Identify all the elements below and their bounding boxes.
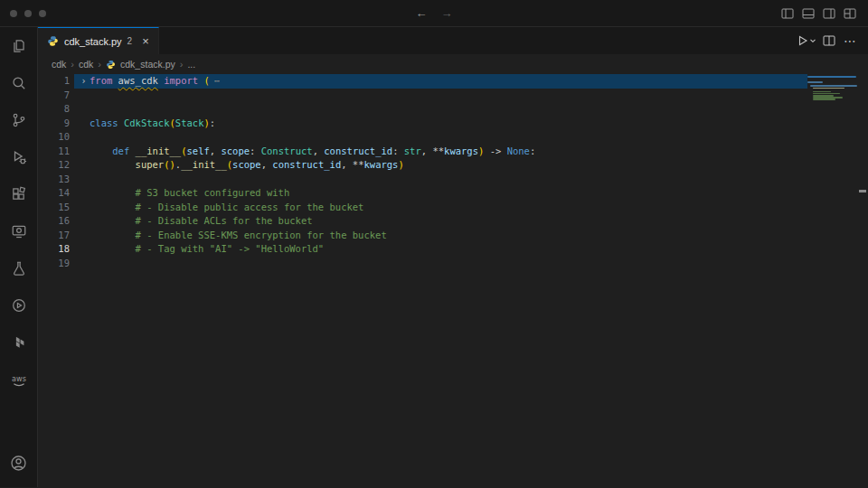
code-line-14[interactable]: 14 # S3 bucket configured with xyxy=(38,186,807,201)
tab-bar: cdk_stack.py 2 × ⋯ xyxy=(38,27,868,54)
folded-code-ellipsis[interactable]: ⋯ xyxy=(214,75,220,86)
fold-gutter xyxy=(78,214,90,229)
toggle-primary-sidebar-icon[interactable] xyxy=(780,6,795,21)
run-python-file-button[interactable] xyxy=(795,33,816,48)
activity-play-circle[interactable] xyxy=(0,286,37,324)
code-line-17[interactable]: 17 # - Enable SSE-KMS encryption for the… xyxy=(38,229,807,243)
scrollbar[interactable] xyxy=(857,74,868,487)
tab-badge: 2 xyxy=(127,36,133,46)
search-icon xyxy=(11,75,27,91)
tab-label: cdk_stack.py xyxy=(64,36,122,47)
fold-collapsed-icon[interactable]: › xyxy=(78,74,90,89)
fold-gutter xyxy=(78,186,90,201)
code-line-10[interactable]: 10 xyxy=(38,130,807,145)
tab-cdk-stack-py[interactable]: cdk_stack.py 2 × xyxy=(38,27,159,54)
line-number: 10 xyxy=(38,130,74,145)
window-control-dot[interactable] xyxy=(10,10,17,17)
minimap[interactable] xyxy=(807,76,857,102)
activity-accounts[interactable] xyxy=(0,445,37,482)
activity-terraform[interactable] xyxy=(0,324,37,361)
breadcrumb-separator: › xyxy=(71,59,74,70)
code-text: # - Tag with "AI" -> "HelloWorld" xyxy=(90,242,324,257)
line-number: 12 xyxy=(38,158,74,173)
editor-group: cdk_stack.py 2 × ⋯ cdk › cdk › xyxy=(38,27,868,487)
line-number: 11 xyxy=(38,145,74,159)
line-number: 15 xyxy=(38,201,74,215)
testing-flask-icon xyxy=(11,260,27,277)
fold-gutter xyxy=(78,229,90,243)
code-lines: 1›from aws_cdk import (⋯789class CdkStac… xyxy=(38,74,807,270)
extensions-icon xyxy=(11,186,27,202)
activity-run-debug[interactable] xyxy=(0,138,37,175)
breadcrumb-item-symbol[interactable]: ... xyxy=(187,59,195,70)
line-number: 18 xyxy=(38,242,74,257)
activity-source-control[interactable] xyxy=(0,101,37,138)
code-line-13[interactable]: 13 xyxy=(38,173,807,187)
code-line-8[interactable]: 8 xyxy=(38,102,807,117)
toggle-secondary-sidebar-icon[interactable] xyxy=(822,6,836,21)
breadcrumb: cdk › cdk › cdk_stack.py › ... xyxy=(38,54,868,74)
tab-close-icon[interactable]: × xyxy=(142,34,149,48)
run-icon xyxy=(795,33,809,48)
code-text: from aws_cdk import (⋯ xyxy=(90,74,220,89)
customize-layout-icon[interactable] xyxy=(843,6,857,21)
window-control-dot[interactable] xyxy=(39,10,46,17)
editor[interactable]: 1›from aws_cdk import (⋯789class CdkStac… xyxy=(38,74,868,487)
activity-aws-toolkit[interactable]: aws xyxy=(0,361,37,398)
activity-testing[interactable] xyxy=(0,249,37,286)
overview-ruler-marker xyxy=(859,190,866,192)
code-line-16[interactable]: 16 # - Disable ACLs for the bucket xyxy=(38,214,807,229)
breadcrumb-item-file[interactable]: cdk_stack.py xyxy=(120,59,175,70)
activity-remote-explorer[interactable] xyxy=(0,212,37,249)
fold-gutter xyxy=(78,117,90,131)
fold-gutter xyxy=(78,89,90,103)
activity-search[interactable] xyxy=(0,64,37,101)
run-and-debug-icon xyxy=(11,149,27,165)
code-text: super().__init__(scope, construct_id, **… xyxy=(90,158,404,173)
activity-extensions[interactable] xyxy=(0,175,37,212)
terraform-icon xyxy=(11,334,27,351)
minimap-line xyxy=(807,81,823,83)
code-line-1[interactable]: 1›from aws_cdk import (⋯ xyxy=(38,74,807,89)
code-line-9[interactable]: 9class CdkStack(Stack): xyxy=(38,117,807,131)
more-actions-button[interactable]: ⋯ xyxy=(842,33,859,48)
history-nav: ← → xyxy=(416,0,453,27)
code-line-12[interactable]: 12 super().__init__(scope, construct_id,… xyxy=(38,158,807,173)
fold-gutter xyxy=(78,201,90,215)
breadcrumb-item-subfolder[interactable]: cdk xyxy=(79,59,93,70)
breadcrumb-separator: › xyxy=(180,59,184,70)
python-file-icon xyxy=(47,35,59,47)
account-icon xyxy=(10,455,27,472)
line-number: 9 xyxy=(38,117,74,131)
nav-back-button[interactable]: ← xyxy=(416,0,428,27)
code-line-19[interactable]: 19 xyxy=(38,257,807,271)
breadcrumb-separator: › xyxy=(98,59,101,70)
fold-gutter xyxy=(78,257,90,271)
window-control-dot[interactable] xyxy=(24,10,32,17)
code-line-15[interactable]: 15 # - Disable public access for the buc… xyxy=(38,201,807,215)
line-number: 14 xyxy=(38,186,74,201)
nav-forward-button[interactable]: → xyxy=(441,0,453,27)
line-number: 1 xyxy=(38,74,74,89)
code-line-11[interactable]: 11 def __init__(self, scope: Construct, … xyxy=(38,145,807,159)
split-editor-button[interactable] xyxy=(822,33,836,48)
line-number: 19 xyxy=(38,257,74,271)
svg-text:aws: aws xyxy=(12,373,26,382)
split-editor-icon xyxy=(822,33,836,48)
code-line-18[interactable]: 18 # - Tag with "AI" -> "HelloWorld" xyxy=(38,242,807,257)
fold-gutter xyxy=(78,130,90,145)
toggle-panel-icon[interactable] xyxy=(801,6,816,21)
layout-controls xyxy=(780,6,857,21)
editor-actions: ⋯ xyxy=(795,27,868,54)
activity-explorer[interactable] xyxy=(0,27,37,64)
line-number: 8 xyxy=(38,102,74,117)
activity-bar: aws xyxy=(0,27,38,487)
fold-gutter xyxy=(78,145,90,159)
code-text: def __init__(self, scope: Construct, con… xyxy=(90,145,535,159)
run-dropdown-chevron-icon xyxy=(809,37,816,44)
window-controls xyxy=(10,10,46,17)
code-line-7[interactable]: 7 xyxy=(38,89,807,103)
code-text: # - Disable public access for the bucket xyxy=(90,201,363,215)
breadcrumb-item-folder[interactable]: cdk xyxy=(52,59,66,70)
explorer-icon xyxy=(11,38,27,54)
